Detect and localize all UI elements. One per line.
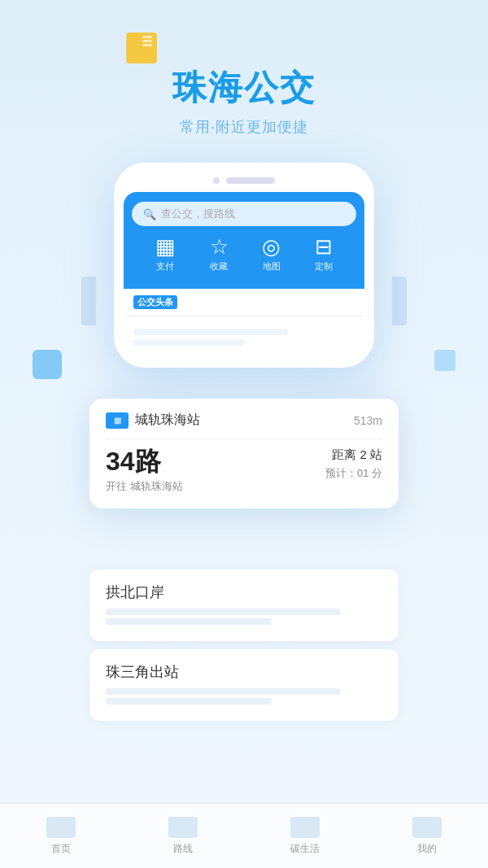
pay-icon: ▦ [155, 236, 176, 257]
favorite-label: 收藏 [210, 260, 228, 273]
bottom-navigation: 首页 路线 碳生活 我的 [0, 803, 488, 868]
list-item-title-1: 拱北口岸 [106, 582, 382, 602]
partial-bar-2 [133, 339, 244, 346]
map-icon-item[interactable]: ◎ 地图 [262, 236, 281, 273]
route-number: 34路 [106, 447, 183, 476]
nav-label-route: 路线 [173, 842, 193, 856]
list-bar-2b [106, 698, 272, 704]
phone-frame: 🔍 查公交，搜路线 ▦ 支付 ☆ 收藏 ◎ 地图 [114, 163, 374, 368]
deco-block-left [33, 350, 62, 379]
app-header: 🔍 查公交，搜路线 ▦ 支付 ☆ 收藏 ◎ 地图 [124, 192, 364, 289]
custom-label: 定制 [315, 260, 333, 273]
phone-dot-1 [213, 177, 220, 184]
map-icon: ◎ [262, 236, 281, 257]
app-content: 🔍 查公交，搜路线 ▦ 支付 ☆ 收藏 ◎ 地图 [124, 192, 364, 358]
list-bar-2a [106, 688, 341, 695]
route-right: 距离 2 站 预计：01 分 [325, 447, 382, 481]
phone-speaker-bar [226, 177, 275, 184]
search-bar[interactable]: 🔍 查公交，搜路线 [132, 202, 356, 226]
phone-mockup: 🔍 查公交，搜路线 ▦ 支付 ☆ 收藏 ◎ 地图 [114, 163, 374, 368]
nav-item-profile[interactable]: 我的 [412, 817, 442, 856]
app-title: 珠海公交 [0, 65, 488, 111]
nav-item-carbon[interactable]: 碳生活 [290, 817, 320, 856]
sticky-note-decoration [126, 33, 157, 63]
phone-side-left-decoration [81, 277, 96, 325]
station-list: 拱北口岸 珠三角出站 [89, 569, 399, 729]
map-label: 地图 [263, 260, 281, 273]
app-subtitle: 常用·附近更加便捷 [0, 117, 488, 137]
phone-top-bar [124, 177, 364, 184]
route-left: 34路 开往 城轨珠海站 [106, 447, 183, 494]
favorite-icon-item[interactable]: ☆ 收藏 [210, 236, 229, 273]
stops-text: 距离 2 站 [325, 447, 382, 463]
bus-info-card[interactable]: 城轨珠海站 513m 34路 开往 城轨珠海站 距离 2 站 预计：01 分 [89, 399, 399, 508]
custom-icon: ⊟ [315, 236, 333, 257]
route-direction: 开往 城轨珠海站 [106, 479, 183, 494]
eta-text: 预计：01 分 [325, 466, 382, 481]
list-item-1[interactable]: 拱北口岸 [89, 569, 399, 641]
card-header: 城轨珠海站 513m [106, 412, 382, 429]
list-item-title-2: 珠三角出站 [106, 662, 382, 682]
route-icon [168, 817, 198, 838]
partial-list-area [124, 316, 364, 358]
function-icon-row: ▦ 支付 ☆ 收藏 ◎ 地图 ⊟ 定制 [132, 226, 356, 276]
nav-label-home: 首页 [51, 842, 71, 856]
news-tag: 公交头条 [133, 295, 177, 309]
carbon-icon [290, 817, 320, 838]
phone-side-right-decoration [392, 277, 407, 325]
card-divider [106, 438, 382, 439]
nav-label-profile: 我的 [417, 842, 437, 856]
list-item-2[interactable]: 珠三角出站 [89, 649, 399, 721]
profile-icon [412, 817, 442, 838]
card-station-left: 城轨珠海站 [106, 412, 200, 429]
nav-item-route[interactable]: 路线 [168, 817, 198, 856]
station-name: 城轨珠海站 [135, 412, 200, 429]
pay-label: 支付 [156, 260, 174, 273]
nav-item-home[interactable]: 首页 [46, 817, 76, 856]
list-bar-1b [106, 618, 272, 625]
bus-stop-icon [106, 412, 129, 429]
list-bar-1a [106, 608, 341, 615]
pay-icon-item[interactable]: ▦ 支付 [155, 236, 176, 273]
partial-bar-1 [133, 329, 288, 335]
news-bar: 公交头条 [124, 289, 364, 316]
home-icon [46, 817, 76, 838]
search-placeholder-text: 查公交，搜路线 [161, 207, 235, 221]
distance-text: 513m [354, 414, 382, 427]
nav-label-carbon: 碳生活 [290, 842, 320, 856]
deco-block-right [434, 350, 455, 371]
custom-icon-item[interactable]: ⊟ 定制 [315, 236, 333, 273]
search-icon: 🔍 [143, 208, 156, 220]
title-section: 珠海公交 常用·附近更加便捷 [0, 0, 488, 137]
route-row: 34路 开往 城轨珠海站 距离 2 站 预计：01 分 [106, 447, 382, 494]
favorite-icon: ☆ [210, 236, 229, 257]
